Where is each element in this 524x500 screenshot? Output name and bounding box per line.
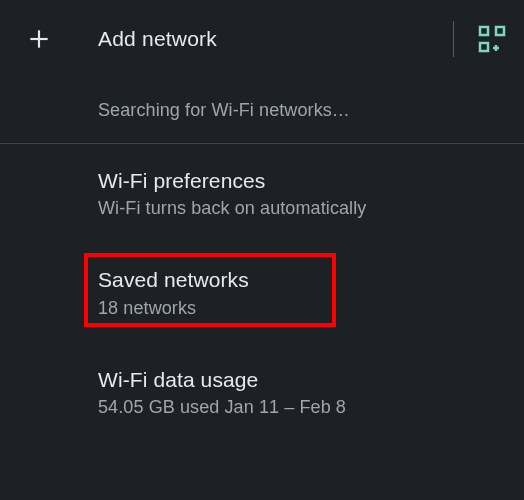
header-row: Add network (0, 0, 524, 78)
menu-item-wifi-data-usage[interactable]: Wi-Fi data usage 54.05 GB used Jan 11 – … (0, 343, 524, 448)
add-icon[interactable] (24, 24, 54, 54)
saved-networks-title: Saved networks (98, 267, 500, 293)
searching-status: Searching for Wi-Fi networks… (98, 100, 500, 121)
status-row: Searching for Wi-Fi networks… (0, 78, 524, 143)
qr-scan-icon[interactable] (478, 25, 506, 53)
add-network-label[interactable]: Add network (98, 27, 217, 51)
wifi-preferences-subtitle: Wi-Fi turns back on automatically (98, 198, 500, 219)
svg-rect-3 (480, 43, 488, 51)
wifi-data-usage-title: Wi-Fi data usage (98, 367, 500, 393)
wifi-preferences-title: Wi-Fi preferences (98, 168, 500, 194)
svg-rect-4 (496, 27, 504, 35)
menu-item-wifi-preferences[interactable]: Wi-Fi preferences Wi-Fi turns back on au… (0, 144, 524, 243)
saved-networks-subtitle: 18 networks (98, 298, 500, 319)
header-divider (453, 21, 454, 57)
svg-rect-2 (480, 27, 488, 35)
menu-item-saved-networks[interactable]: Saved networks 18 networks (0, 243, 524, 342)
wifi-data-usage-subtitle: 54.05 GB used Jan 11 – Feb 8 (98, 397, 500, 418)
